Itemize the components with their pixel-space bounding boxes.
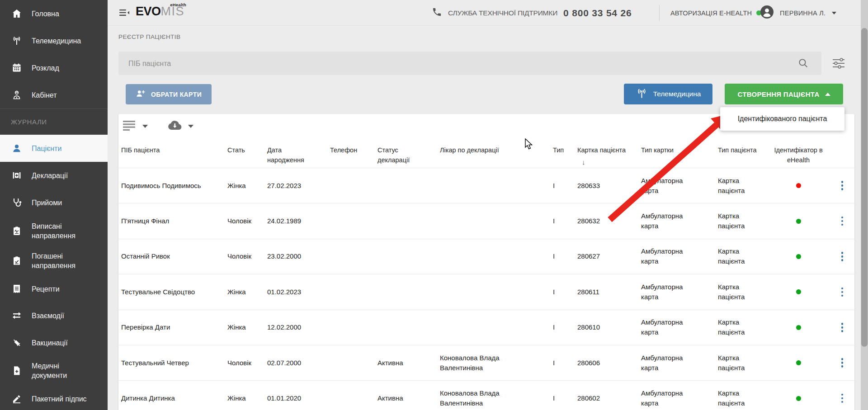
density-dropdown-icon[interactable] bbox=[142, 125, 148, 128]
table-row[interactable]: Тестувальне Свідоцтво Жінка 01.02.2023 І… bbox=[118, 274, 854, 310]
sidebar-item-medical-documents[interactable]: Медичні документи bbox=[0, 356, 108, 385]
table-row[interactable]: П'ятниця Фінал Чоловік 24.02.1989 І 2806… bbox=[118, 203, 854, 239]
app-root: Головна Телемедицина Розклад Кабінет ЖУР… bbox=[0, 0, 868, 410]
menu-item-identified-patient[interactable]: Ідентифікованого пацієнта bbox=[738, 115, 827, 123]
sidebar-item-patients[interactable]: Пацієнти bbox=[0, 135, 108, 162]
sidebar-item-label: Пакетний підпис bbox=[32, 394, 87, 404]
sidebar-item-prescriptions[interactable]: Рецепти bbox=[0, 276, 108, 302]
sidebar-item-redeemed-referrals[interactable]: Погашені направлення bbox=[0, 246, 108, 276]
ehealth-status-dot bbox=[796, 183, 801, 188]
cell-patient-type: Картка пацієнта bbox=[715, 168, 767, 203]
ehealth-status-dot bbox=[796, 254, 801, 259]
column-header-name[interactable]: ПІБ пацієнта bbox=[118, 138, 225, 168]
page-scrollbar bbox=[861, 0, 868, 410]
column-header-card-type[interactable]: Тип картки bbox=[638, 138, 715, 168]
cell-name: Останній Ривок bbox=[118, 239, 225, 274]
sidebar-item-batch-signature[interactable]: Пакетний підпис bbox=[0, 385, 108, 410]
table-row[interactable]: Перевірка Дати Жінка 12.02.2000 І 280610… bbox=[118, 310, 854, 345]
cell-phone bbox=[327, 274, 375, 309]
cell-gender: Чоловік bbox=[225, 239, 264, 274]
document-plus-icon bbox=[11, 365, 23, 377]
table-row[interactable]: Останній Ривок Чоловік 23.02.2000 І 2806… bbox=[118, 239, 854, 274]
sidebar-item-label: Погашені направлення bbox=[32, 251, 91, 270]
app-logo[interactable]: EVOMIS eHealth bbox=[136, 5, 184, 19]
search-icon[interactable] bbox=[797, 57, 809, 71]
cell-birth-date: 01.02.2023 bbox=[264, 274, 327, 309]
clipboard-pulse-icon bbox=[11, 225, 23, 237]
row-menu-button[interactable] bbox=[839, 285, 846, 300]
table-row[interactable]: Дитинка Дитинка Жінка 01.01.2020 Активна… bbox=[118, 381, 854, 410]
sidebar-item-telemedicine[interactable]: Телемедицина bbox=[0, 27, 108, 54]
row-menu-button[interactable] bbox=[839, 249, 846, 264]
cell-card-type: Амбулаторна карта bbox=[638, 239, 692, 274]
column-header-patient-type[interactable]: Тип пацієнта bbox=[715, 138, 767, 168]
topbar: EVOMIS eHealth СЛУЖБА ТЕХНІЧНОЇ ПІДТРИМК… bbox=[108, 0, 861, 26]
cell-card-type: Амбулаторна карта bbox=[638, 168, 692, 203]
sidebar-item-home[interactable]: Головна bbox=[0, 0, 108, 27]
cell-birth-date: 24.02.1989 bbox=[264, 203, 327, 238]
column-header-phone[interactable]: Телефон bbox=[327, 138, 375, 168]
cell-phone bbox=[327, 239, 375, 274]
sidebar-item-schedule[interactable]: Розклад bbox=[0, 54, 108, 81]
select-cards-button[interactable]: ОБРАТИ КАРТИ bbox=[126, 84, 212, 104]
row-density-icon[interactable] bbox=[123, 120, 136, 132]
row-menu-button[interactable] bbox=[839, 391, 846, 406]
support-label: СЛУЖБА ТЕХНІЧНОЇ ПІДТРИМКИ bbox=[448, 9, 557, 17]
cell-name: Тестувальний Четвер bbox=[118, 345, 225, 380]
column-header-declaration-status[interactable]: Статус декларації bbox=[375, 138, 437, 168]
sidebar-item-label: Кабінет bbox=[32, 90, 57, 100]
sidebar-item-declarations[interactable]: Декларації bbox=[0, 162, 108, 189]
cell-gender: Чоловік bbox=[225, 203, 264, 238]
select-cards-label: ОБРАТИ КАРТИ bbox=[151, 91, 202, 98]
person-icon bbox=[11, 142, 23, 154]
row-menu-button[interactable] bbox=[839, 320, 846, 335]
table-row[interactable]: Подивимось Подивимось Жінка 27.02.2023 І… bbox=[118, 168, 854, 203]
cell-patient-type: Картка пацієнта bbox=[715, 203, 767, 238]
row-menu-button[interactable] bbox=[839, 355, 846, 370]
cell-gender: Жінка bbox=[225, 168, 264, 203]
telemedicine-button[interactable]: Телемедицина bbox=[624, 84, 712, 104]
column-header-gender[interactable]: Стать bbox=[225, 138, 264, 168]
cell-declaration-doctor bbox=[437, 274, 550, 309]
cell-birth-date: 01.01.2020 bbox=[264, 381, 327, 410]
logo-primary: EVO bbox=[136, 5, 161, 18]
row-menu-button[interactable] bbox=[839, 214, 846, 229]
cell-card-type: Амбулаторна карта bbox=[638, 274, 692, 309]
cell-name: П'ятниця Фінал bbox=[118, 203, 225, 238]
chevron-down-icon bbox=[832, 12, 836, 14]
export-dropdown-icon[interactable] bbox=[188, 125, 193, 128]
cell-declaration-status bbox=[375, 310, 437, 345]
cell-name: Перевірка Дати bbox=[118, 310, 225, 345]
create-patient-button[interactable]: СТВОРЕННЯ ПАЦІЄНТА bbox=[725, 84, 843, 104]
sidebar-item-interactions[interactable]: Взаємодії bbox=[0, 302, 108, 329]
receipt-icon bbox=[11, 283, 23, 295]
sidebar-item-appointments[interactable]: Прийоми bbox=[0, 189, 108, 216]
sidebar-collapse-icon[interactable] bbox=[118, 7, 130, 18]
column-header-birth-date[interactable]: Дата народження bbox=[264, 138, 327, 168]
chevron-up-icon bbox=[825, 93, 830, 96]
cell-name: Подивимось Подивимось bbox=[118, 168, 225, 203]
cell-birth-date: 12.02.2000 bbox=[264, 310, 327, 345]
cell-patient-type: Картка пацієнта bbox=[715, 381, 767, 410]
user-menu[interactable]: ПЕРВИННА Л. bbox=[760, 0, 836, 26]
row-menu-button[interactable] bbox=[839, 178, 846, 193]
sidebar-item-cabinet[interactable]: Кабінет bbox=[0, 81, 108, 108]
scrollbar-thumb[interactable] bbox=[861, 28, 868, 347]
sort-desc-icon[interactable]: ↓ bbox=[582, 157, 630, 167]
column-header-declaration-doctor[interactable]: Лікар по декларації bbox=[437, 138, 550, 168]
table-row[interactable]: Тестувальний Четвер Чоловік 02.07.2000 А… bbox=[118, 345, 854, 381]
cell-patient-type: Картка пацієнта bbox=[715, 239, 767, 274]
sidebar-item-issued-referrals[interactable]: Виписані направлення bbox=[0, 216, 108, 246]
ehealth-status-dot bbox=[796, 289, 801, 294]
sidebar-item-label: Взаємодії bbox=[32, 311, 64, 320]
ehealth-auth-status[interactable]: АВТОРИЗАЦІЯ E-HEALTH bbox=[670, 0, 761, 26]
search-input[interactable] bbox=[127, 52, 789, 76]
filters-icon[interactable] bbox=[831, 57, 846, 71]
export-download-icon[interactable] bbox=[167, 120, 182, 132]
syringe-icon bbox=[11, 337, 23, 349]
sidebar-item-vaccinations[interactable]: Вакцинації bbox=[0, 329, 108, 356]
column-header-ehealth-id[interactable]: Ідентифікатор в eHealth bbox=[767, 138, 830, 168]
column-header-card-number[interactable]: Картка пацієнта ↓ bbox=[575, 138, 638, 168]
cell-birth-date: 27.02.2023 bbox=[264, 168, 327, 203]
column-header-type[interactable]: Тип bbox=[550, 138, 575, 168]
